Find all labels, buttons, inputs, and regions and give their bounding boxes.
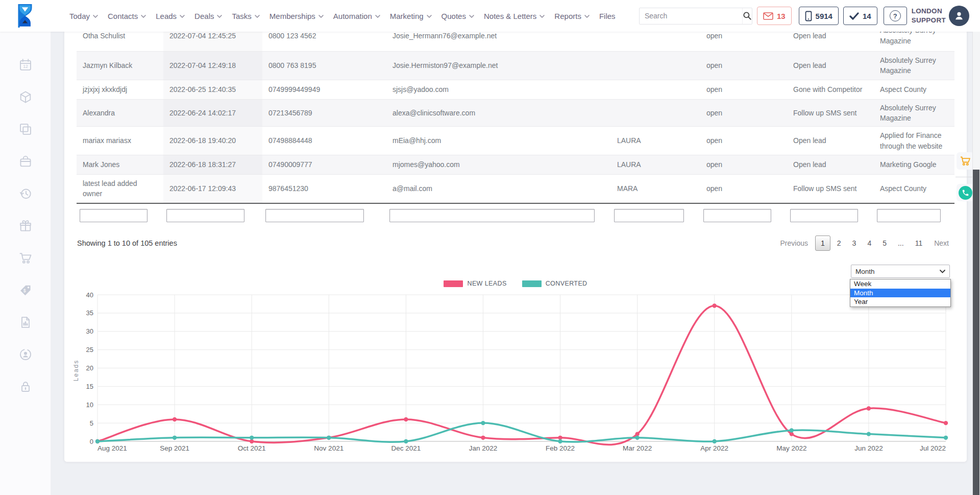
chevron-down-icon [217, 15, 222, 18]
filter-input-name[interactable] [80, 209, 148, 222]
period-option-month[interactable]: Month [850, 289, 950, 298]
table-row[interactable]: Jazmyn Kilback2022-07-04 12:49:180800 76… [77, 51, 954, 80]
filter-cell-status [700, 203, 787, 227]
envelope-icon [763, 12, 773, 20]
search-icon[interactable] [742, 8, 752, 24]
table-row[interactable]: Otha Schulist2022-07-04 12:45:250800 123… [77, 32, 954, 51]
vertical-scrollbar-thumb[interactable] [973, 170, 979, 495]
filter-input-status[interactable] [703, 209, 771, 222]
filter-input-created[interactable] [166, 209, 244, 222]
page-button-4[interactable]: 4 [863, 236, 876, 250]
sidebar-item-cart[interactable] [17, 249, 34, 267]
cell-name: Alexandra [77, 99, 163, 127]
cell-owner [611, 51, 700, 80]
cell-name: Jazmyn Kilback [77, 51, 163, 80]
data-point [250, 436, 254, 440]
cell-email: Josie.Hermiston97@example.net [386, 51, 611, 80]
nav-item-files[interactable]: Files [599, 12, 616, 20]
table-row[interactable]: latest lead added owner2022-06-17 12:09:… [77, 175, 954, 203]
nav-item-memberships[interactable]: Memberships [270, 12, 324, 20]
x-axis-label: Jun 2022 [854, 444, 883, 452]
help-button[interactable]: ? [884, 7, 907, 25]
cell-source: Absolutely Surrey Magazine [874, 99, 954, 127]
sidebar-item-gift[interactable] [17, 217, 34, 234]
sidebar-item-account[interactable] [17, 346, 34, 363]
data-point [635, 436, 639, 440]
filter-input-owner[interactable] [614, 209, 684, 222]
legend-item-converted[interactable]: CONVERTED [522, 280, 587, 287]
sms-credits-badge[interactable]: 5914 [799, 7, 839, 25]
next-page-button[interactable]: Next [929, 236, 954, 250]
legend-item-new-leads[interactable]: NEW LEADS [444, 280, 506, 287]
nav-item-automation[interactable]: Automation [333, 12, 380, 20]
tasks-done-badge[interactable]: 14 [843, 7, 877, 25]
table-row[interactable]: jzjxjxj xkxkdjdj2022-06-25 12:40:3507499… [77, 80, 954, 99]
sidebar-item-calendar[interactable]: 12 [17, 56, 34, 74]
nav-item-tasks[interactable]: Tasks [232, 12, 259, 20]
data-point [95, 439, 100, 443]
nav-item-notes-letters[interactable]: Notes & Letters [484, 12, 545, 20]
sidebar-item-copy[interactable] [17, 121, 34, 138]
filter-input-email[interactable] [389, 209, 595, 222]
x-axis-label: Mar 2022 [623, 444, 652, 452]
period-select[interactable]: Month [851, 265, 950, 278]
period-option-week[interactable]: Week [850, 279, 950, 289]
brand-logo-icon[interactable] [14, 3, 36, 29]
page-button-5[interactable]: 5 [878, 236, 891, 250]
mail-notifications-badge[interactable]: 13 [757, 7, 792, 25]
svg-text:$: $ [23, 288, 26, 293]
sidebar-item-bag[interactable] [17, 153, 34, 170]
sidebar-item-report[interactable] [17, 314, 34, 331]
floating-cart-button[interactable] [957, 152, 974, 170]
cell-phone: 07498884448 [262, 127, 386, 155]
nav-item-deals[interactable]: Deals [194, 12, 222, 20]
nav-item-quotes[interactable]: Quotes [442, 12, 474, 20]
filter-input-phone[interactable] [265, 209, 364, 222]
cell-created: 2022-07-04 12:45:25 [163, 32, 262, 51]
table-row[interactable]: Mark Jones2022-06-18 18:31:2707490009777… [77, 155, 954, 175]
chevron-down-icon [93, 15, 98, 18]
nav-item-contacts[interactable]: Contacts [108, 12, 146, 20]
filter-input-source[interactable] [877, 209, 941, 222]
cell-name: Otha Schulist [77, 32, 163, 51]
filter-cell-email [386, 203, 611, 227]
page-button-2[interactable]: 2 [832, 236, 846, 250]
check-icon [849, 12, 859, 20]
nav-item-reports[interactable]: Reports [554, 12, 590, 20]
floating-whatsapp-button[interactable] [957, 184, 974, 201]
x-axis-label: Jul 2022 [920, 444, 946, 452]
mobile-phone-icon [805, 11, 812, 21]
vertical-scrollbar-track[interactable] [972, 32, 980, 495]
sidebar-item-lock[interactable] [17, 378, 34, 395]
sidebar-item-price-tag[interactable]: $ [17, 281, 34, 299]
filter-cell-phone [262, 203, 386, 227]
data-point [790, 432, 794, 436]
page-button-1[interactable]: 1 [815, 235, 830, 251]
table-row[interactable]: Alexandra2022-06-24 14:02:1707213456789a… [77, 99, 954, 127]
cell-phone: 9876451230 [262, 175, 386, 203]
search-input[interactable] [640, 12, 742, 20]
nav-item-today[interactable]: Today [69, 12, 98, 20]
cell-name: latest lead added owner [77, 175, 163, 203]
table-row[interactable]: mariax mariasx2022-06-18 19:40:200749888… [77, 127, 954, 155]
previous-page-button[interactable]: Previous [775, 236, 813, 250]
chevron-down-icon [427, 15, 432, 18]
filter-input-lead_status[interactable] [790, 209, 858, 222]
page-button-11[interactable]: 11 [911, 236, 927, 250]
page-button-3[interactable]: 3 [848, 236, 861, 250]
chevron-down-icon [375, 15, 380, 18]
sidebar-item-history[interactable] [17, 185, 34, 202]
sidebar-item-package[interactable] [17, 88, 34, 106]
nav-item-leads[interactable]: Leads [156, 12, 185, 20]
period-option-year[interactable]: Year [850, 297, 950, 307]
filter-cell-name [77, 203, 163, 227]
sms-count: 5914 [816, 12, 832, 20]
avatar[interactable] [949, 6, 969, 26]
x-axis-label: Sep 2021 [160, 444, 189, 452]
search-box [639, 8, 752, 25]
cell-owner: LAURA [611, 155, 700, 175]
data-point [327, 436, 331, 440]
x-axis-label: Feb 2022 [546, 444, 575, 452]
cell-phone: 0749999449949 [262, 80, 386, 99]
nav-item-marketing[interactable]: Marketing [390, 12, 432, 20]
